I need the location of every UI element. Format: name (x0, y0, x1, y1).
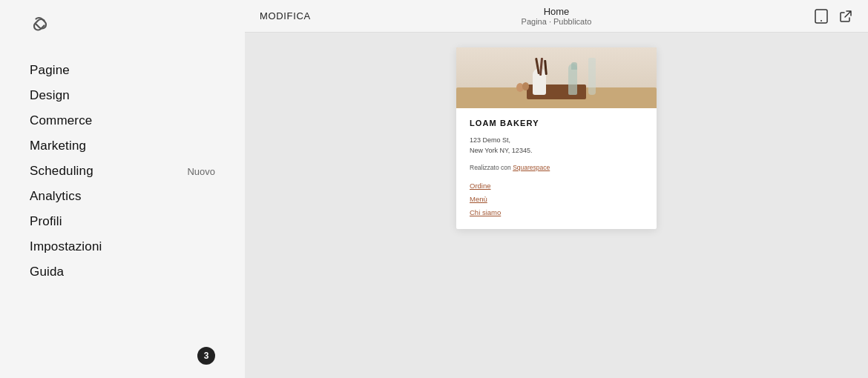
app-logo[interactable] (0, 13, 245, 58)
page-title: Home (544, 6, 570, 17)
preview-link-chi-siamo[interactable]: Chi siamo (470, 207, 643, 219)
address: 123 Demo St, New York NY, 12345. (470, 135, 643, 156)
sidebar-item-impostazioni[interactable]: Impostazioni (30, 234, 215, 259)
preview-link-ordine[interactable]: Ordine (470, 180, 643, 192)
sidebar-nav: Pagine Design Commerce Marketing Schedul… (0, 58, 245, 347)
site-name: LOAM BAKERY (470, 119, 643, 127)
squarespace-logo-icon (30, 13, 50, 34)
tablet-view-button[interactable] (813, 8, 829, 24)
topbar: MODIFICA Home Pagina · Pubblicato (245, 0, 868, 33)
tall-glass (588, 58, 596, 95)
preview-area: LOAM BAKERY 123 Demo St, New York NY, 12… (245, 33, 868, 378)
external-link-button[interactable] (838, 9, 853, 24)
sidebar-item-marketing[interactable]: Marketing (30, 133, 215, 159)
preview-content: LOAM BAKERY 123 Demo St, New York NY, 12… (456, 108, 657, 229)
kitchen-scene (456, 47, 657, 108)
sidebar-item-profili[interactable]: Profili (30, 209, 215, 234)
sidebar: Pagine Design Commerce Marketing Schedul… (0, 0, 245, 378)
sidebar-item-guida[interactable]: Guida (30, 259, 215, 285)
sidebar-item-scheduling[interactable]: Scheduling Nuovo (30, 159, 215, 184)
squarespace-link[interactable]: Squarespace (513, 164, 550, 171)
modifica-button[interactable]: MODIFICA (260, 10, 311, 21)
sidebar-bottom: 3 (0, 347, 245, 365)
realizzato-text: Realizzato con Squarespace (470, 164, 643, 171)
page-status: Pagina · Pubblicato (522, 17, 592, 26)
preview-hero-image (456, 47, 657, 108)
bottle-neck (571, 62, 577, 70)
preview-link-menu[interactable]: Menù (470, 193, 643, 205)
tablet-icon (813, 8, 829, 24)
page-preview: LOAM BAKERY 123 Demo St, New York NY, 12… (456, 47, 657, 229)
main-content: MODIFICA Home Pagina · Pubblicato (245, 0, 868, 378)
preview-nav-links: Ordine Menù Chi siamo (470, 180, 643, 219)
topbar-left: MODIFICA (260, 10, 311, 21)
topbar-center: Home Pagina · Pubblicato (522, 6, 592, 26)
topbar-right (813, 8, 853, 24)
external-link-icon (838, 9, 853, 24)
sidebar-item-design[interactable]: Design (30, 83, 215, 108)
sidebar-item-analytics[interactable]: Analytics (30, 184, 215, 209)
sidebar-item-pagine[interactable]: Pagine (30, 58, 215, 83)
sidebar-item-commerce[interactable]: Commerce (30, 108, 215, 133)
svg-point-1 (821, 20, 822, 21)
notification-badge[interactable]: 3 (197, 347, 215, 365)
